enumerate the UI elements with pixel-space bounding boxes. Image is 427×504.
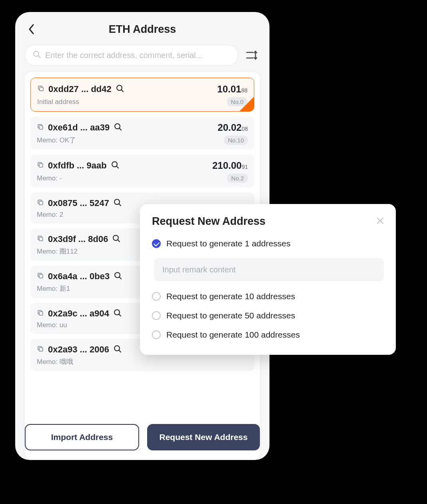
svg-line-21 xyxy=(120,277,122,279)
magnify-icon[interactable] xyxy=(112,234,121,244)
magnify-icon[interactable] xyxy=(116,84,124,94)
svg-rect-13 xyxy=(39,201,43,205)
back-button[interactable] xyxy=(25,22,38,36)
modal-title: Request New Address xyxy=(152,215,265,228)
option-generate-1[interactable]: Request to generate 1 addresses xyxy=(152,239,384,248)
memo-text: Initial address xyxy=(37,98,79,106)
address-text: 0xe61d ... aa39 xyxy=(48,122,110,133)
radio-unchecked-icon xyxy=(152,311,161,320)
option-generate-10[interactable]: Request to generate 10 addresses xyxy=(152,292,384,301)
serial-badge: No.2 xyxy=(227,174,248,183)
request-new-address-button[interactable]: Request New Address xyxy=(147,424,260,450)
search-input[interactable] xyxy=(45,51,231,60)
svg-line-9 xyxy=(120,128,122,130)
svg-line-24 xyxy=(119,314,121,316)
radio-checked-icon xyxy=(152,239,161,248)
copy-icon[interactable] xyxy=(37,123,44,132)
svg-line-27 xyxy=(119,350,121,352)
address-item[interactable]: 0xe61d ... aa39 20.0208 Memo: OK了 No.10 xyxy=(30,116,254,150)
search-row xyxy=(15,45,269,72)
address-text: 0x3d9f ... 8d06 xyxy=(48,234,108,244)
svg-rect-25 xyxy=(39,348,43,351)
memo-text: Memo: 2 xyxy=(37,211,63,219)
copy-icon[interactable] xyxy=(37,272,44,281)
address-text: 0x2a93 ... 2006 xyxy=(48,344,109,355)
option-label: Request to generate 10 addresses xyxy=(166,292,295,301)
memo-text: Memo: - xyxy=(37,174,62,182)
svg-rect-19 xyxy=(39,274,43,278)
close-button[interactable] xyxy=(377,216,384,227)
copy-icon[interactable] xyxy=(37,161,44,170)
balance: 210.0091 xyxy=(212,160,248,171)
svg-rect-4 xyxy=(40,87,43,91)
magnify-icon[interactable] xyxy=(113,308,122,319)
copy-icon[interactable] xyxy=(37,309,44,318)
magnify-icon[interactable] xyxy=(114,122,122,133)
svg-rect-7 xyxy=(39,126,43,129)
close-icon xyxy=(377,217,384,224)
magnify-icon[interactable] xyxy=(114,271,122,282)
memo-text: Memo: OK了 xyxy=(37,136,76,145)
svg-line-12 xyxy=(116,166,118,168)
address-text: 0xdd27 ... dd42 xyxy=(48,84,112,94)
memo-text: Memo: 哦哦 xyxy=(37,357,73,366)
svg-line-18 xyxy=(118,240,120,242)
sort-icon xyxy=(246,50,258,60)
memo-text: Memo: 新1 xyxy=(37,284,70,293)
radio-unchecked-icon xyxy=(152,292,161,301)
footer-buttons: Import Address Request New Address xyxy=(25,424,260,450)
search-box[interactable] xyxy=(25,45,238,66)
svg-line-1 xyxy=(38,56,40,58)
page-title: ETH Address xyxy=(38,23,246,36)
option-generate-100[interactable]: Request to generate 100 addresses xyxy=(152,330,384,340)
memo-text: Memo: uu xyxy=(37,321,67,329)
address-text: 0x2a9c ... a904 xyxy=(48,308,109,319)
remark-input[interactable] xyxy=(154,258,384,281)
copy-icon[interactable] xyxy=(37,345,44,354)
address-text: 0x6a4a ... 0be3 xyxy=(48,271,110,282)
balance: 10.0188 xyxy=(217,84,247,95)
import-address-button[interactable]: Import Address xyxy=(25,424,139,450)
chevron-left-icon xyxy=(28,24,35,34)
sort-button[interactable] xyxy=(244,47,260,63)
address-item[interactable]: 0xdd27 ... dd42 10.0188 Initial address … xyxy=(30,78,254,112)
svg-rect-22 xyxy=(39,312,43,315)
copy-icon[interactable] xyxy=(37,235,44,244)
svg-rect-16 xyxy=(39,237,43,241)
option-label: Request to generate 1 addresses xyxy=(166,239,291,248)
memo-text: Memo: 圈112 xyxy=(37,247,78,256)
serial-badge: No.0 xyxy=(227,97,247,106)
copy-icon[interactable] xyxy=(37,199,44,208)
balance: 20.0208 xyxy=(217,122,248,133)
svg-rect-10 xyxy=(39,164,43,167)
radio-unchecked-icon xyxy=(152,330,161,339)
screen-header: ETH Address xyxy=(15,12,269,45)
svg-line-6 xyxy=(121,90,123,92)
request-address-modal: Request New Address Request to generate … xyxy=(140,204,396,355)
search-icon xyxy=(32,50,41,60)
option-label: Request to generate 100 addresses xyxy=(166,330,300,340)
magnify-icon[interactable] xyxy=(113,344,122,355)
magnify-icon[interactable] xyxy=(113,198,122,208)
address-text: 0xfdfb ... 9aab xyxy=(48,160,107,171)
option-label: Request to generate 50 addresses xyxy=(166,311,295,320)
magnify-icon[interactable] xyxy=(111,160,120,171)
option-generate-50[interactable]: Request to generate 50 addresses xyxy=(152,311,384,320)
address-text: 0x0875 ... 5247 xyxy=(48,198,109,208)
svg-line-15 xyxy=(119,204,121,206)
copy-icon[interactable] xyxy=(37,85,44,94)
address-item[interactable]: 0xfdfb ... 9aab 210.0091 Memo: - No.2 xyxy=(30,154,254,188)
serial-badge: No.10 xyxy=(224,136,248,145)
